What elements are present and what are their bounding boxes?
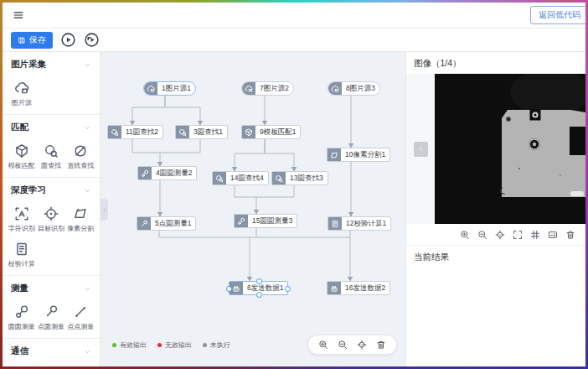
node-label: 6发送数据1 [243, 282, 287, 294]
trash-icon[interactable] [376, 340, 386, 350]
legend-item: 无效输出 [157, 340, 192, 350]
flow-node[interactable]: 15圆圆测量3 [234, 214, 297, 228]
flow-node[interactable]: 7图片源2 [241, 81, 294, 96]
flow-node[interactable]: 13圆查找3 [271, 171, 328, 185]
circle-find-icon [176, 126, 189, 138]
flow-edges [101, 52, 405, 366]
section-title: 通信 [11, 346, 28, 357]
trash-icon[interactable] [565, 230, 575, 240]
run-button[interactable] [60, 32, 76, 48]
zoom-in-icon[interactable] [318, 340, 328, 350]
circle-find-icon [213, 172, 226, 184]
cloud-img-icon [242, 82, 255, 95]
flow-node[interactable]: 11圆查找2 [107, 125, 163, 139]
sidebar-item[interactable]: 模板匹配 [7, 138, 36, 174]
picture-icon[interactable] [548, 230, 558, 240]
sidebar-section: 深度学习字符识别目标识别像素分割校验计算 [3, 178, 100, 276]
sidebar-item[interactable]: 校验计算 [7, 236, 36, 272]
sidebar-item[interactable]: 图片源 [7, 75, 36, 111]
legend-item: 有效输出 [112, 340, 147, 350]
back-to-lowcode-button[interactable]: 返回低代码 [530, 6, 585, 24]
section-title: 测量 [11, 283, 28, 294]
result-panel-title: 当前结果 [406, 246, 585, 268]
sidebar-item[interactable]: 点点测量 [66, 299, 95, 335]
sidebar-item[interactable]: 点圆测量 [36, 299, 65, 335]
flow-node[interactable]: 3圆查找1 [175, 125, 228, 139]
sidebar-item-label: 目标识别 [38, 224, 64, 233]
sidebar-item[interactable]: 像素分割 [66, 201, 95, 236]
cloud-img-icon [328, 82, 342, 95]
preview-panel: 图像（1/4） [405, 52, 585, 366]
module-sidebar: 图片采集图片源匹配模板匹配圆查找直线查找深度学习字符识别目标识别像素分割校验计算… [3, 52, 101, 366]
node-label: 9模板匹配1 [255, 126, 300, 138]
flow-node[interactable]: 9模板匹配1 [241, 125, 301, 139]
legend-item: 未执行 [203, 340, 230, 350]
sidebar-item[interactable]: 圆查找 [36, 138, 65, 174]
section-header[interactable]: 测量 [3, 278, 100, 297]
zoom-out-icon[interactable] [338, 340, 348, 350]
node-label: 16发送数据2 [341, 282, 389, 294]
ocr-icon [14, 206, 29, 221]
zoom-in-icon[interactable] [460, 230, 470, 240]
previous-image-button[interactable] [414, 142, 428, 157]
calc-icon [14, 242, 29, 257]
node-label: 14圆查找4 [226, 172, 268, 184]
cube-icon [242, 126, 255, 138]
flow-canvas[interactable]: 有效输出无效输出未执行 1图片源17图片源28图片源311圆查找23圆查找19模… [101, 52, 405, 366]
measure-pc-icon [44, 304, 59, 320]
node-label: 7图片源2 [255, 82, 293, 95]
chevron-down-icon [84, 124, 91, 132]
connection-handle[interactable] [256, 292, 262, 298]
sidebar-item[interactable]: 直线查找 [66, 138, 95, 174]
line-find-icon [73, 143, 88, 159]
locate-icon[interactable] [495, 230, 505, 240]
header-bar: 返回低代码 [3, 3, 585, 29]
zoom-out-icon[interactable] [477, 230, 487, 240]
sidebar-item[interactable]: 字符识别 [7, 201, 36, 236]
save-button[interactable]: 保存 [11, 32, 53, 49]
node-label: 15圆圆测量3 [248, 215, 297, 227]
flow-node[interactable]: 5点圆测量1 [137, 216, 196, 231]
sidebar-item[interactable]: 圆圆测量 [7, 299, 36, 335]
menu-icon[interactable] [13, 9, 24, 21]
target-icon [44, 206, 59, 221]
measure-cc-icon [138, 167, 152, 179]
connection-handle[interactable] [256, 278, 262, 284]
flow-node[interactable]: 16发送数据2 [327, 281, 390, 295]
flow-node[interactable]: 14圆查找4 [212, 171, 269, 185]
sidebar-collapse-handle[interactable] [101, 199, 108, 221]
legend-dot [157, 343, 162, 347]
sidebar-item[interactable] [7, 362, 36, 366]
run-once-button[interactable] [84, 32, 100, 48]
connection-handle[interactable] [226, 286, 232, 292]
section-title: 图片采集 [11, 59, 46, 70]
node-label: 13圆查找3 [286, 172, 328, 184]
flow-node[interactable]: 8图片源3 [328, 81, 380, 96]
comm-icon [328, 282, 341, 294]
locate-icon[interactable] [357, 340, 367, 350]
fullscreen-icon[interactable] [513, 230, 523, 240]
flow-node[interactable]: 10像素分割1 [327, 148, 390, 162]
sidebar-section: 图片采集图片源 [3, 52, 100, 115]
section-header[interactable]: 通信 [3, 341, 100, 360]
section-header[interactable]: 匹配 [3, 117, 100, 136]
circle-find-icon [108, 126, 121, 138]
chevron-left-icon [417, 145, 425, 153]
sidebar-item[interactable]: 目标识别 [36, 201, 65, 236]
sidebar-section: 测量圆圆测量点圆测量点点测量 [3, 276, 100, 339]
chevron-down-icon [84, 285, 91, 293]
flow-node[interactable]: 6发送数据1 [229, 281, 288, 295]
node-label: 1图片源1 [157, 82, 195, 95]
flow-node[interactable]: 1图片源1 [143, 81, 196, 96]
section-header[interactable]: 图片采集 [3, 55, 100, 73]
section-header[interactable]: 深度学习 [3, 180, 100, 199]
cloud-img-icon [14, 81, 29, 96]
flow-node[interactable]: 4圆圆测量2 [137, 166, 197, 180]
legend-dot [203, 343, 207, 347]
node-label: 12校验计算1 [342, 217, 390, 230]
preview-image[interactable] [435, 74, 585, 224]
sidebar-section: 匹配模板匹配圆查找直线查找 [3, 115, 100, 178]
grid-icon[interactable] [530, 230, 540, 240]
flow-node[interactable]: 12校验计算1 [328, 216, 391, 231]
chevron-left-icon [101, 207, 107, 213]
